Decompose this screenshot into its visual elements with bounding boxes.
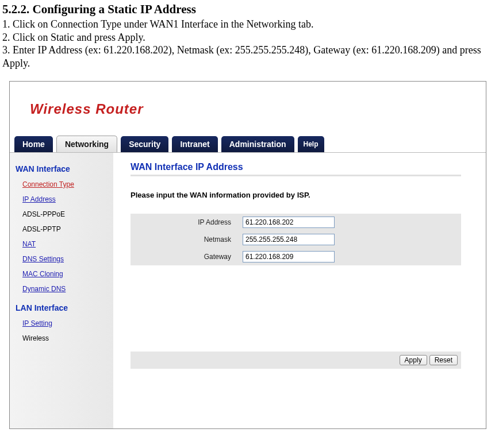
tab-intranet[interactable]: Intranet [172,136,217,152]
router-logo: Wireless Router [30,101,144,117]
section-heading: 5.2.2. Configuring a Static IP Address [2,2,493,17]
form-row-ip-address: IP Address [131,214,461,231]
content-instruction: Please input the WAN information provide… [131,191,480,199]
tab-networking[interactable]: Networking [56,136,117,152]
sidebar-heading-wan: WAN Interface [16,164,108,173]
label-netmask: Netmask [131,235,243,244]
sidebar: WAN Interface Connection Type IP Address… [10,153,113,428]
content-title: WAN Interface IP Address [131,162,480,172]
sidebar-item-adsl-pppoe[interactable]: ADSL-PPPoE [22,210,108,218]
form-row-netmask: Netmask [131,231,461,248]
label-gateway: Gateway [131,253,243,261]
form-block: IP Address Netmask Gateway [131,214,461,265]
sidebar-item-dns-settings[interactable]: DNS Settings [22,255,108,263]
content-title-underline [131,175,461,176]
instruction-step-1: 1. Click on Connection Type under WAN1 I… [2,18,493,31]
reset-button[interactable]: Reset [429,355,458,365]
instruction-step-3: 3. Enter IP Address (ex: 61.220.168.202)… [2,44,493,69]
sidebar-item-ip-address[interactable]: IP Address [22,195,108,203]
tab-security[interactable]: Security [121,136,168,152]
input-netmask[interactable] [243,234,335,245]
sidebar-heading-lan: LAN Interface [16,303,108,312]
sidebar-item-wireless[interactable]: Wireless [22,334,108,342]
body-row: WAN Interface Connection Type IP Address… [10,153,486,428]
form-row-gateway: Gateway [131,248,461,265]
content-pane: WAN Interface IP Address Please input th… [113,153,486,428]
router-header: Wireless Router [10,82,486,136]
instruction-step-2: 2. Click on Static and press Apply. [2,31,493,44]
sidebar-item-nat[interactable]: NAT [22,240,108,248]
router-screenshot: Wireless Router Home Networking Security… [9,81,486,429]
tab-home[interactable]: Home [14,136,53,152]
label-ip-address: IP Address [131,218,243,226]
tab-bar: Home Networking Security Intranet Admini… [10,136,486,153]
input-gateway[interactable] [243,251,335,262]
sidebar-item-ip-setting[interactable]: IP Setting [22,319,108,327]
sidebar-item-dynamic-dns[interactable]: Dynamic DNS [22,285,108,293]
input-ip-address[interactable] [243,217,335,228]
apply-button[interactable]: Apply [400,355,427,365]
sidebar-item-connection-type[interactable]: Connection Type [22,180,108,188]
sidebar-item-adsl-pptp[interactable]: ADSL-PPTP [22,225,108,233]
sidebar-item-mac-cloning[interactable]: MAC Cloning [22,270,108,278]
tab-administration[interactable]: Administration [221,136,294,152]
button-bar: Apply Reset [131,352,461,369]
tab-help[interactable]: Help [298,136,324,152]
